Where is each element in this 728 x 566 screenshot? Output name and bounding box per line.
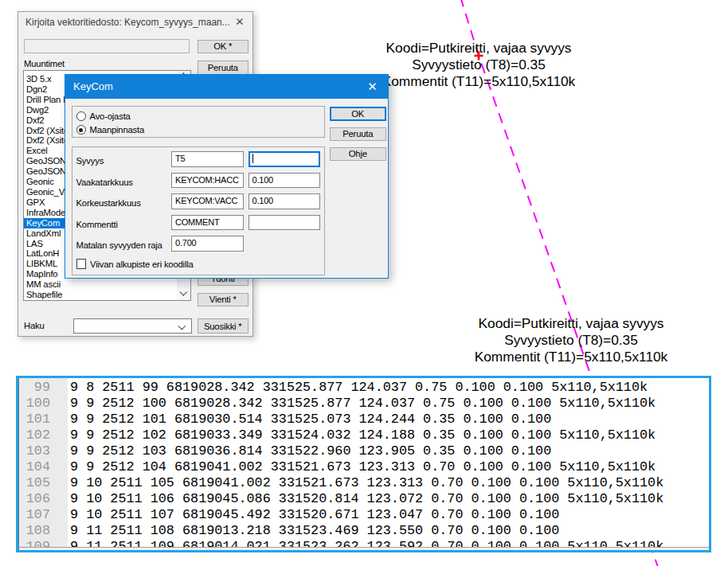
field-code-input[interactable]: KEYCOM:HACC: [171, 173, 244, 189]
search-combobox[interactable]: [73, 318, 192, 334]
line-number: 102: [19, 427, 68, 443]
vertex-plus-icon: [475, 52, 483, 61]
cancel-button[interactable]: Peruuta: [198, 61, 249, 75]
line-number: 101: [19, 412, 68, 427]
data-row: 1039 9 2512 103 6819036.814 331522.960 1…: [19, 443, 709, 459]
radio-option[interactable]: Avo-ojasta: [76, 111, 131, 122]
field-value-input[interactable]: 0.100: [249, 173, 321, 189]
line-text: 9 8 2511 99 6819028.342 331525.877 124.0…: [68, 380, 648, 395]
radio-label: Avo-ojasta: [90, 111, 131, 122]
field-label: Matalan syvyyden raja: [76, 240, 162, 250]
search-label: Haku: [24, 321, 45, 330]
line-number: 105: [19, 475, 68, 491]
radio-icon[interactable]: [76, 125, 86, 135]
field-label: Syvyys: [76, 156, 104, 166]
data-text-editor[interactable]: 999 8 2511 99 6819028.342 331525.877 124…: [18, 378, 709, 550]
field-value-input[interactable]: 0.100: [249, 193, 321, 209]
export-button[interactable]: Vienti *: [198, 293, 249, 307]
radio-icon[interactable]: [76, 111, 86, 121]
field-value-text: 0.100: [252, 175, 274, 185]
checkbox-icon[interactable]: [76, 259, 87, 269]
favorite-button[interactable]: Suosikki *: [198, 318, 249, 334]
data-row: 1009 9 2512 100 6819028.342 331525.877 1…: [19, 396, 709, 412]
line-text: 9 10 2511 105 6819041.002 331521.673 123…: [68, 475, 663, 490]
chevron-down-icon[interactable]: [179, 323, 185, 329]
close-icon[interactable]: ✕: [233, 14, 247, 29]
checkbox-row[interactable]: Viivan alkupiste eri koodilla: [76, 259, 194, 270]
field-code-input[interactable]: 0.700: [171, 236, 244, 252]
data-row: 1089 11 2511 108 6819013.218 331523.469 …: [19, 523, 709, 539]
line-text: 9 9 2512 100 6819028.342 331525.877 124.…: [68, 396, 656, 411]
data-row: 1059 10 2511 105 6819041.002 331521.673 …: [19, 475, 709, 491]
data-row: 1029 9 2512 102 6819033.349 331524.032 1…: [19, 427, 709, 443]
scrollbar-down-icon[interactable]: [177, 288, 190, 300]
help-button[interactable]: Ohje: [330, 147, 386, 162]
field-label: Vaakatarkkuus: [76, 178, 133, 187]
converter-item[interactable]: MM ascii: [24, 279, 177, 290]
data-row: 1049 9 2512 104 6819041.002 331521.673 1…: [19, 459, 709, 475]
data-row: 1079 10 2511 107 6819045.492 331520.671 …: [19, 507, 709, 523]
line-text: 9 11 2511 108 6819013.218 331523.469 123…: [68, 523, 559, 538]
field-value-input[interactable]: [249, 151, 321, 167]
data-row: 1019 9 2512 101 6819030.514 331525.073 1…: [19, 412, 709, 427]
line-text: 9 9 2512 103 6819036.814 331522.960 123.…: [68, 443, 551, 459]
ok-button[interactable]: OK *: [198, 40, 249, 53]
data-rows: 999 8 2511 99 6819028.342 331525.877 124…: [19, 380, 709, 550]
dialog-title: KeyCom: [73, 80, 113, 92]
line-text: 9 9 2512 104 6819041.002 331521.673 123.…: [68, 459, 656, 474]
line-number: 99: [19, 380, 68, 396]
converters-label: Muuntimet: [24, 59, 65, 68]
line-text: 9 9 2512 101 6819030.514 331525.073 124.…: [68, 412, 551, 427]
line-text: 9 10 2511 106 6819045.086 331520.814 123…: [68, 491, 663, 506]
line-text: 9 10 2511 107 6819045.492 331520.671 123…: [68, 507, 559, 522]
line-number: 108: [19, 523, 68, 539]
keycom-dialog: KeyCom ✕ Avo-ojasta Maanpinnasta Syvyys: [65, 74, 389, 279]
line-text: 9 9 2512 102 6819033.349 331524.032 124.…: [68, 427, 656, 443]
converter-item[interactable]: Shapefile: [24, 290, 177, 300]
close-icon[interactable]: ✕: [362, 77, 383, 96]
dialog-title: Kirjoita vektoritiedosto: Keycom_syvyys_…: [25, 17, 230, 28]
horizontal-scrollbar[interactable]: [19, 547, 709, 550]
text-caret: [252, 154, 253, 163]
radio-option[interactable]: Maanpinnasta: [76, 125, 144, 135]
field-code-input[interactable]: T5: [171, 151, 244, 167]
titlebar[interactable]: KeyCom ✕: [65, 75, 388, 99]
field-label: Korkeustarkkuus: [76, 198, 141, 208]
filename-field[interactable]: [24, 39, 190, 53]
field-label: Kommentti: [76, 220, 118, 229]
field-code-input[interactable]: KEYCOM:VACC: [171, 193, 244, 209]
radio-label: Maanpinnasta: [90, 125, 145, 135]
data-row: 999 8 2511 99 6819028.342 331525.877 124…: [19, 380, 709, 396]
source-groupbox: Avo-ojasta Maanpinnasta: [72, 106, 325, 139]
checkbox-label: Viivan alkupiste eri koodilla: [90, 260, 194, 269]
line-number: 106: [19, 491, 68, 507]
field-value-input[interactable]: [249, 215, 321, 231]
line-number: 103: [19, 443, 68, 459]
cancel-button[interactable]: Peruuta: [330, 127, 386, 142]
ok-button[interactable]: OK: [330, 107, 386, 121]
application-canvas: Koodi=Putkireitti, vajaa syvyys Syvyysti…: [0, 0, 728, 566]
line-number: 107: [19, 507, 68, 523]
field-code-input[interactable]: COMMENT: [171, 215, 244, 231]
data-row: 1069 10 2511 106 6819045.086 331520.814 …: [19, 491, 709, 507]
line-number: 104: [19, 459, 68, 475]
data-text-panel[interactable]: 999 8 2511 99 6819028.342 331525.877 124…: [16, 376, 711, 552]
line-number: 100: [19, 396, 68, 412]
field-value-text: 0.100: [252, 196, 274, 205]
